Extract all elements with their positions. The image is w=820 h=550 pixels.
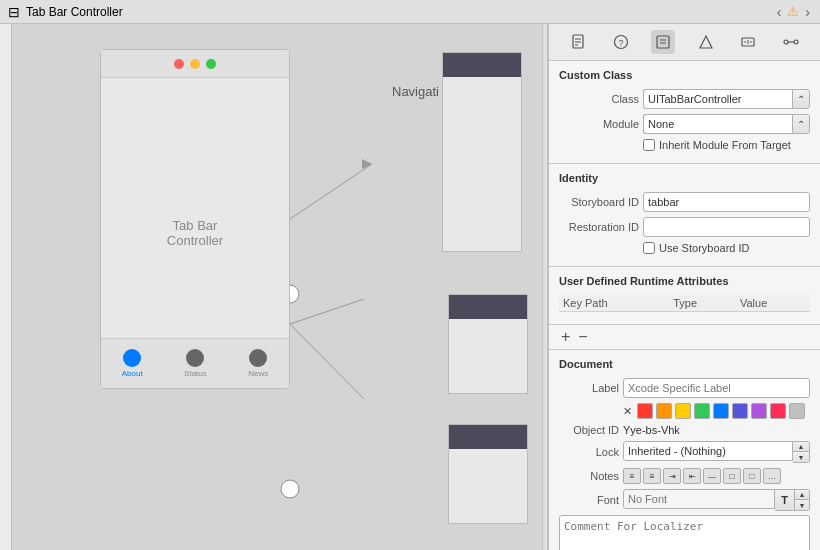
svg-line-0 (290, 164, 372, 219)
font-stepper-up[interactable]: ▲ (795, 490, 809, 500)
nav-back-btn[interactable]: ‹ (775, 4, 784, 20)
left-sidebar (0, 24, 12, 550)
font-t-btn[interactable]: T (775, 489, 795, 511)
color-gray[interactable] (789, 403, 805, 419)
tab-item-news: News (248, 349, 268, 378)
panel-toolbar: ? (549, 24, 820, 61)
svg-point-20 (794, 40, 798, 44)
lock-stepper-up[interactable]: ▲ (793, 442, 809, 452)
connections-inspector-btn[interactable] (779, 30, 803, 54)
remove-attribute-btn[interactable]: − (576, 329, 589, 345)
device-mockup: Tab Bar Controller About Status News (100, 49, 290, 389)
add-attribute-btn[interactable]: + (559, 329, 572, 345)
comment-row (559, 515, 810, 550)
inherit-module-checkbox[interactable] (643, 139, 655, 151)
class-select[interactable]: UITabBarController (643, 89, 792, 109)
use-storyboard-row: Use Storyboard ID (643, 242, 810, 254)
color-row: ✕ (623, 403, 810, 419)
lock-select[interactable]: Inherited - (Nothing) (623, 441, 793, 461)
tab-circle-news (249, 349, 267, 367)
color-x-btn[interactable]: ✕ (623, 405, 632, 418)
notes-icon-3[interactable]: ⇥ (663, 468, 681, 484)
lock-row: Lock Inherited - (Nothing) ▲ ▼ (559, 441, 810, 463)
nav-vc-bar (443, 53, 521, 77)
color-orange[interactable] (656, 403, 672, 419)
tab-label-status: Status (184, 369, 207, 378)
main-area: Tab Bar Controller About Status News (0, 24, 820, 550)
col-value: Value (736, 295, 810, 312)
title-bar-title: Tab Bar Controller (26, 5, 123, 19)
vc2-nav-bar (449, 295, 527, 319)
font-input[interactable] (623, 489, 775, 509)
class-select-btn[interactable]: ⌃ (792, 89, 810, 109)
device-dot-green (206, 59, 216, 69)
restoration-id-row: Restoration ID (559, 217, 810, 237)
lock-label: Lock (559, 446, 619, 458)
table-row (559, 312, 810, 317)
class-row: Class UITabBarController ⌃ (559, 89, 810, 109)
user-defined-title: User Defined Runtime Attributes (559, 275, 810, 287)
notes-row: Notes ≡ ≡ ⇥ ⇤ — □ □ … (559, 468, 810, 484)
tab-item-about: About (122, 349, 143, 378)
storyboard-id-row: Storyboard ID (559, 192, 810, 212)
view-controller-2 (448, 294, 528, 394)
svg-text:?: ? (618, 38, 623, 48)
tab-label-about: About (122, 369, 143, 378)
right-panel: ? Custom Class Class UITabBarCon (548, 24, 820, 550)
notes-icons: ≡ ≡ ⇥ ⇤ — □ □ … (623, 468, 781, 484)
notes-icon-2[interactable]: ≡ (643, 468, 661, 484)
notes-icon-7[interactable]: □ (743, 468, 761, 484)
font-stepper-down[interactable]: ▼ (795, 500, 809, 510)
notes-icon-1[interactable]: ≡ (623, 468, 641, 484)
svg-marker-1 (362, 159, 372, 169)
col-key-path: Key Path (559, 295, 669, 312)
user-defined-section: User Defined Runtime Attributes Key Path… (549, 267, 820, 325)
attr-table: Key Path Type Value (559, 295, 810, 316)
device-label: Tab Bar Controller (148, 218, 242, 248)
use-storyboard-label: Use Storyboard ID (659, 242, 749, 254)
color-blue[interactable] (713, 403, 729, 419)
quick-help-btn[interactable]: ? (609, 30, 633, 54)
notes-icon-4[interactable]: ⇤ (683, 468, 701, 484)
module-select-btn[interactable]: ⌃ (792, 114, 810, 134)
notes-icon-8[interactable]: … (763, 468, 781, 484)
device-dot-red (174, 59, 184, 69)
lock-stepper-down[interactable]: ▼ (793, 452, 809, 462)
attributes-inspector-btn[interactable] (694, 30, 718, 54)
identity-inspector-btn[interactable] (651, 30, 675, 54)
doc-label-input[interactable] (623, 378, 810, 398)
file-inspector-btn[interactable] (566, 30, 590, 54)
nav-warn-icon[interactable]: ⚠ (785, 4, 801, 19)
color-red[interactable] (637, 403, 653, 419)
module-select-container: None ⌃ (643, 114, 810, 134)
comment-textarea[interactable] (559, 515, 810, 550)
color-yellow[interactable] (675, 403, 691, 419)
notes-label: Notes (559, 470, 619, 482)
nav-forward-btn[interactable]: › (803, 4, 812, 20)
custom-class-section: Custom Class Class UITabBarController ⌃ … (549, 61, 820, 164)
use-storyboard-checkbox[interactable] (643, 242, 655, 254)
notes-icon-5[interactable]: — (703, 468, 721, 484)
title-bar-nav: ‹ ⚠ › (775, 4, 812, 20)
module-row: Module None ⌃ (559, 114, 810, 134)
color-green[interactable] (694, 403, 710, 419)
tab-item-status: Status (184, 349, 207, 378)
restoration-id-input[interactable] (643, 217, 810, 237)
doc-label-label: Label (559, 382, 619, 394)
class-select-container: UITabBarController ⌃ (643, 89, 810, 109)
notes-icon-6[interactable]: □ (723, 468, 741, 484)
module-select[interactable]: None (643, 114, 792, 134)
size-inspector-btn[interactable] (736, 30, 760, 54)
storyboard-id-input[interactable] (643, 192, 810, 212)
inherit-module-label: Inherit Module From Target (659, 139, 791, 151)
add-remove-row: + − (549, 325, 820, 350)
color-indigo[interactable] (732, 403, 748, 419)
document-section: Document Label ✕ Object ID Yy (549, 350, 820, 550)
color-purple[interactable] (751, 403, 767, 419)
lock-stepper: ▲ ▼ (793, 441, 810, 463)
object-id-row: Object ID Yye-bs-Vhk (559, 424, 810, 436)
color-pink[interactable] (770, 403, 786, 419)
restoration-id-label: Restoration ID (559, 221, 639, 233)
font-row: Font T ▲ ▼ (559, 489, 810, 511)
identity-title: Identity (559, 172, 810, 184)
